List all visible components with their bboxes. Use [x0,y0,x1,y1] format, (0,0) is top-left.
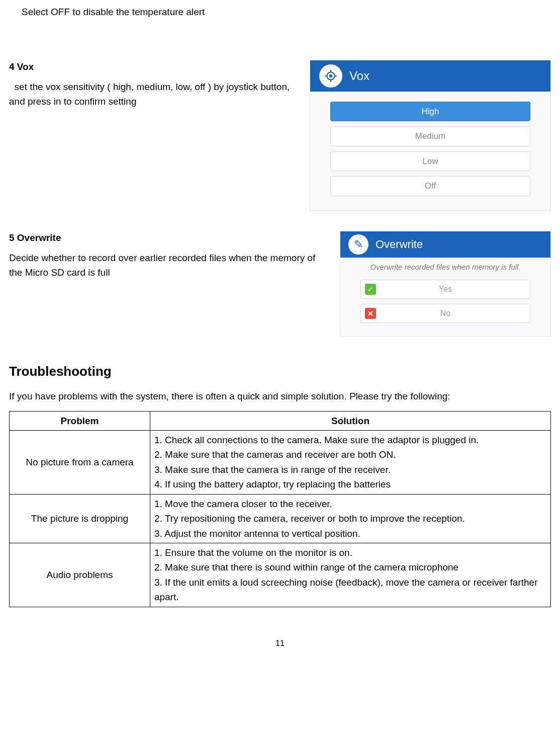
vox-panel-header: Vox [310,60,550,92]
solution-cell: 1. Ensure that the volume on the monitor… [150,543,551,607]
overwrite-yes-label: Yes [439,283,452,295]
vox-section: 4 Vox set the vox sensitivity ( high, me… [9,60,551,211]
svg-point-1 [330,74,332,76]
cross-icon: ✕ [365,308,376,319]
table-row: Audio problems 1. Ensure that the volume… [10,543,551,607]
vox-panel-title: Vox [349,67,369,85]
troubleshooting-table: Problem Solution No picture from a camer… [9,411,551,607]
table-row: No picture from a camera 1. Check all co… [10,430,551,494]
pencil-icon: ✎ [348,234,368,255]
intro-text: Select OFF to disable the temperature al… [22,5,551,20]
vox-heading: 4 Vox [9,60,300,74]
problem-cell: No picture from a camera [10,430,150,494]
overwrite-panel-subtitle: Overwrite recorded files when memory is … [340,258,550,275]
troubleshooting-intro: If you have problems with the system, th… [9,389,551,404]
vox-option-off[interactable]: Off [330,176,530,196]
overwrite-description: Decide whether to record over earlier re… [9,251,330,280]
solution-cell: 1. Move the camera closer to the receive… [150,494,551,543]
target-icon [319,64,342,88]
overwrite-section: 5 Overwrite Decide whether to record ove… [9,231,551,337]
vox-option-low[interactable]: Low [330,151,530,172]
table-row: The picture is dropping 1. Move the came… [10,494,551,543]
overwrite-heading: 5 Overwrite [9,231,330,246]
problem-cell: The picture is dropping [10,494,150,543]
solution-cell: 1. Check all connections to the camera. … [150,430,551,494]
overwrite-no-button[interactable]: ✕ No [360,304,530,323]
vox-option-medium[interactable]: Medium [330,126,530,146]
check-icon: ✓ [365,284,376,295]
overwrite-yes-button[interactable]: ✓ Yes [360,280,530,299]
overwrite-no-label: No [440,307,450,319]
overwrite-panel: ✎ Overwrite Overwrite recorded files whe… [340,231,551,337]
overwrite-panel-title: Overwrite [376,236,423,253]
vox-description: set the vox sensitivity ( high, medium, … [9,80,300,109]
vox-panel: Vox High Medium Low Off [310,60,551,211]
col-problem: Problem [10,411,150,430]
problem-cell: Audio problems [10,543,150,607]
page-number: 11 [9,637,551,649]
vox-option-high[interactable]: High [330,102,530,122]
troubleshooting-heading: Troubleshooting [9,362,551,381]
overwrite-panel-header: ✎ Overwrite [340,231,550,258]
col-solution: Solution [150,411,551,430]
